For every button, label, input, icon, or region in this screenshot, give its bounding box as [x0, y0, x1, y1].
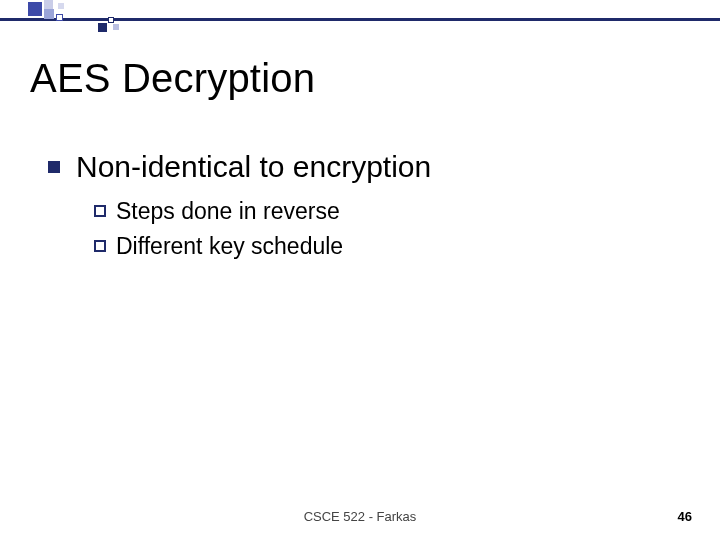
square-bullet-hollow-icon — [94, 240, 106, 252]
square-bullet-filled-icon — [48, 161, 60, 173]
bullet-level2: Different key schedule — [94, 233, 680, 260]
bullet-level2: Steps done in reverse — [94, 198, 680, 225]
bullet-text: Different key schedule — [116, 233, 343, 260]
decor-square-icon — [108, 17, 114, 23]
slide-content: Non-identical to encryption Steps done i… — [48, 150, 680, 260]
header-decoration — [0, 0, 720, 40]
square-bullet-hollow-icon — [94, 205, 106, 217]
decor-square-icon — [56, 14, 63, 21]
slide: AES Decryption Non-identical to encrypti… — [0, 0, 720, 540]
bullet-text: Steps done in reverse — [116, 198, 340, 225]
bullet-text: Non-identical to encryption — [76, 150, 431, 184]
footer-course: CSCE 522 - Farkas — [0, 509, 720, 524]
decor-square-icon — [44, 0, 53, 9]
decor-square-icon — [58, 3, 64, 9]
page-number: 46 — [678, 509, 692, 524]
decor-square-icon — [113, 24, 119, 30]
bullet-level1: Non-identical to encryption — [48, 150, 680, 184]
decor-square-icon — [98, 23, 107, 32]
decor-square-icon — [44, 9, 54, 19]
slide-title: AES Decryption — [30, 56, 315, 101]
decor-square-icon — [28, 2, 42, 16]
